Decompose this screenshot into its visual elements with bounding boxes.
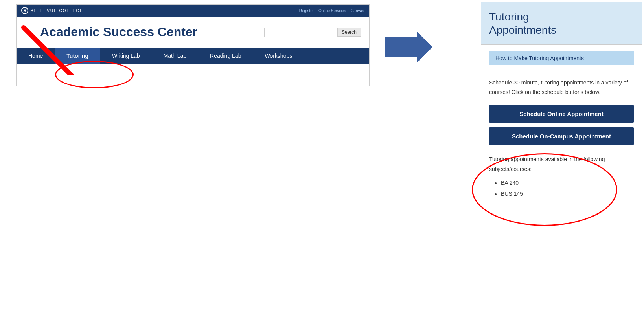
description-text: Schedule 30 minute, tutoring appointment… bbox=[489, 78, 634, 97]
online-services-link[interactable]: Online Services bbox=[318, 9, 346, 13]
divider bbox=[489, 72, 634, 72]
schedule-online-button[interactable]: Schedule Online Appointment bbox=[489, 105, 634, 123]
panel-header: Tutoring Appointments bbox=[481, 2, 642, 45]
search-button[interactable]: Search bbox=[337, 28, 361, 37]
search-input[interactable] bbox=[264, 28, 335, 37]
panel-title: Tutoring Appointments bbox=[489, 10, 634, 37]
logo-icon: B bbox=[21, 7, 28, 14]
register-link[interactable]: Register bbox=[299, 9, 314, 13]
nav-workshops[interactable]: Workshops bbox=[253, 48, 304, 64]
red-arrow-icon bbox=[12, 20, 98, 75]
nav-writing-lab[interactable]: Writing Lab bbox=[100, 48, 152, 64]
svg-line-0 bbox=[24, 28, 85, 75]
college-name: BELLEVUE COLLEGE bbox=[31, 9, 83, 13]
subjects-list: BA 240 BUS 145 bbox=[489, 177, 634, 199]
search-area: Search bbox=[264, 28, 361, 37]
blue-arrow-icon bbox=[385, 31, 432, 63]
panel-body: How to Make Tutoring Appointments Schedu… bbox=[481, 45, 642, 206]
subjects-intro-text: Tutoring appointments available in the f… bbox=[489, 154, 634, 174]
top-links: Register Online Services Canvas bbox=[299, 9, 364, 13]
top-bar: B BELLEVUE COLLEGE Register Online Servi… bbox=[17, 5, 369, 17]
how-to-button[interactable]: How to Make Tutoring Appointments bbox=[489, 51, 634, 65]
canvas-link[interactable]: Canvas bbox=[351, 9, 364, 13]
nav-reading-lab[interactable]: Reading Lab bbox=[198, 48, 253, 64]
left-section: B BELLEVUE COLLEGE Register Online Servi… bbox=[0, 0, 432, 336]
college-logo: B BELLEVUE COLLEGE bbox=[21, 7, 83, 14]
svg-marker-2 bbox=[385, 31, 432, 63]
right-panel: Tutoring Appointments How to Make Tutori… bbox=[481, 2, 642, 334]
list-item: BUS 145 bbox=[501, 188, 634, 199]
nav-math-lab[interactable]: Math Lab bbox=[152, 48, 198, 64]
blue-arrow-container bbox=[385, 31, 432, 63]
list-item: BA 240 bbox=[501, 177, 634, 188]
schedule-campus-button[interactable]: Schedule On-Campus Appointment bbox=[489, 127, 634, 145]
